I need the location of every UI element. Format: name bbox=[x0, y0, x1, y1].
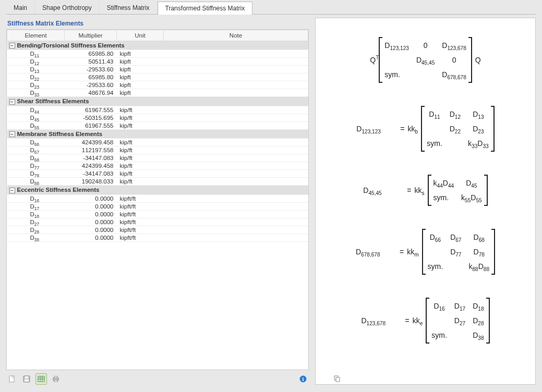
col-unit[interactable]: Unit bbox=[117, 30, 164, 41]
cell-element: D44 bbox=[7, 106, 65, 114]
tab-main[interactable]: Main bbox=[6, 2, 35, 14]
collapse-icon[interactable]: − bbox=[9, 43, 15, 48]
cell-unit: kip/ft bbox=[117, 139, 164, 146]
table-row[interactable]: D67112197.558kip/ft bbox=[7, 146, 308, 154]
stiffness-table: Element Multiplier Unit Note −Bending/To… bbox=[6, 29, 309, 370]
collapse-icon[interactable]: − bbox=[9, 188, 15, 193]
export-xls-icon[interactable] bbox=[35, 373, 47, 385]
cell-note bbox=[164, 194, 308, 202]
table-row[interactable]: D1165985.80kipft bbox=[7, 50, 308, 58]
table-row[interactable]: D3348676.94kipft bbox=[7, 89, 308, 97]
cell-element: D67 bbox=[7, 146, 65, 154]
copy-formula-icon[interactable] bbox=[331, 373, 343, 384]
cell-element: D22 bbox=[7, 74, 65, 81]
col-multiplier[interactable]: Multiplier bbox=[65, 30, 117, 41]
formula-block: D123,678=kkeD16D17D18D27D28sym.D38 bbox=[331, 298, 520, 344]
table-row[interactable]: D13-29533.60kipft bbox=[7, 66, 308, 74]
table-row[interactable]: D66424399.458kip/ft bbox=[7, 139, 308, 146]
print-icon[interactable] bbox=[50, 373, 62, 385]
table-row[interactable]: D78-34147.083kip/ft bbox=[7, 170, 308, 178]
tab-stiffness-matrix[interactable]: Stiffness Matrix bbox=[100, 2, 158, 14]
cell-multiplier: -29533.60 bbox=[65, 81, 117, 89]
formula-block: D123,123=kkbD11D12D13D22D23sym.k33D33 bbox=[331, 106, 520, 152]
cell-element: D88 bbox=[7, 178, 65, 186]
cell-note bbox=[164, 170, 308, 178]
cell-element: D55 bbox=[7, 121, 65, 129]
col-element[interactable]: Element bbox=[7, 30, 65, 41]
table-row[interactable]: D170.0000kipft/ft bbox=[7, 202, 308, 210]
cell-multiplier: 48676.94 bbox=[65, 89, 117, 97]
table-row[interactable]: D160.0000kipft/ft bbox=[7, 194, 308, 202]
formula-block: D678,678=kkmD66D67D68D77D78sym.k88D88 bbox=[331, 229, 520, 275]
table-row[interactable]: D68-34147.083kip/ft bbox=[7, 154, 308, 162]
info-icon[interactable]: i bbox=[297, 373, 309, 385]
table-row[interactable]: D1250511.43kipft bbox=[7, 58, 308, 66]
cell-note bbox=[164, 139, 308, 146]
svg-text:i: i bbox=[303, 376, 304, 382]
svg-rect-4 bbox=[38, 376, 44, 382]
table-row[interactable]: D5561967.555kip/ft bbox=[7, 121, 308, 129]
collapse-icon[interactable]: − bbox=[9, 131, 15, 137]
cell-element: D78 bbox=[7, 170, 65, 178]
cell-multiplier: -34147.083 bbox=[65, 154, 117, 162]
tab-shape-orthotropy[interactable]: Shape Orthotropy bbox=[35, 2, 100, 14]
table-row[interactable]: D45-50315.695kip/ft bbox=[7, 114, 308, 121]
cell-unit: kipft/ft bbox=[117, 194, 164, 202]
cell-unit: kip/ft bbox=[117, 146, 164, 154]
formula-top: QTD123,1230D123,678D45,450sym.D678,678Q bbox=[331, 37, 520, 83]
cell-multiplier: 0.0000 bbox=[65, 234, 117, 241]
table-row[interactable]: D380.0000kipft/ft bbox=[7, 234, 308, 241]
cell-element: D18 bbox=[7, 210, 65, 218]
group-row[interactable]: −Bending/Torsional Stiffness Elements bbox=[7, 41, 308, 50]
cell-unit: kip/ft bbox=[117, 114, 164, 121]
cell-unit: kipft/ft bbox=[117, 226, 164, 234]
cell-unit: kipft bbox=[117, 50, 164, 58]
cell-element: D12 bbox=[7, 58, 65, 66]
cell-unit: kip/ft bbox=[117, 162, 164, 170]
cell-element: D45 bbox=[7, 114, 65, 121]
cell-note bbox=[164, 218, 308, 226]
cell-element: D17 bbox=[7, 202, 65, 210]
cell-multiplier: 0.0000 bbox=[65, 202, 117, 210]
cell-note bbox=[164, 210, 308, 218]
save-icon[interactable] bbox=[21, 373, 32, 385]
cell-unit: kipft/ft bbox=[117, 210, 164, 218]
group-row[interactable]: −Membrane Stiffness Elements bbox=[7, 129, 308, 138]
cell-element: D13 bbox=[7, 66, 65, 74]
cell-element: D27 bbox=[7, 218, 65, 226]
cell-element: D77 bbox=[7, 162, 65, 170]
cell-multiplier: 424399.458 bbox=[65, 139, 117, 146]
left-toolbar: i bbox=[6, 370, 309, 385]
cell-note bbox=[164, 121, 308, 129]
group-row[interactable]: −Eccentric Stiffness Elements bbox=[7, 186, 308, 194]
table-row[interactable]: D180.0000kipft/ft bbox=[7, 210, 308, 218]
cell-element: D11 bbox=[7, 50, 65, 58]
cell-multiplier: 0.0000 bbox=[65, 226, 117, 234]
table-row[interactable]: D88190248.033kip/ft bbox=[7, 178, 308, 186]
table-row[interactable]: D2265985.80kipft bbox=[7, 74, 308, 81]
cell-note bbox=[164, 50, 308, 58]
col-note[interactable]: Note bbox=[164, 30, 308, 41]
cell-note bbox=[164, 58, 308, 66]
table-row[interactable]: D23-29533.60kipft bbox=[7, 81, 308, 89]
new-icon[interactable] bbox=[6, 373, 18, 385]
cell-note bbox=[164, 89, 308, 97]
cell-element: D68 bbox=[7, 154, 65, 162]
table-row[interactable]: D280.0000kipft/ft bbox=[7, 226, 308, 234]
cell-note bbox=[164, 226, 308, 234]
cell-note bbox=[164, 162, 308, 170]
cell-multiplier: 0.0000 bbox=[65, 210, 117, 218]
cell-unit: kip/ft bbox=[117, 121, 164, 129]
table-row[interactable]: D4461967.555kip/ft bbox=[7, 106, 308, 114]
group-row[interactable]: −Shear Stiffness Elements bbox=[7, 97, 308, 106]
cell-multiplier: 0.0000 bbox=[65, 218, 117, 226]
tab-bar: MainShape OrthotropyStiffness MatrixTran… bbox=[6, 0, 536, 15]
table-row[interactable]: D77424399.458kip/ft bbox=[7, 162, 308, 170]
collapse-icon[interactable]: − bbox=[9, 99, 15, 105]
tab-transformed-stiffness-matrix[interactable]: Transformed Stiffness Matrix bbox=[158, 2, 253, 15]
cell-unit: kip/ft bbox=[117, 106, 164, 114]
cell-multiplier: 190248.033 bbox=[65, 178, 117, 186]
cell-element: D23 bbox=[7, 81, 65, 89]
cell-note bbox=[164, 178, 308, 186]
table-row[interactable]: D270.0000kipft/ft bbox=[7, 218, 308, 226]
